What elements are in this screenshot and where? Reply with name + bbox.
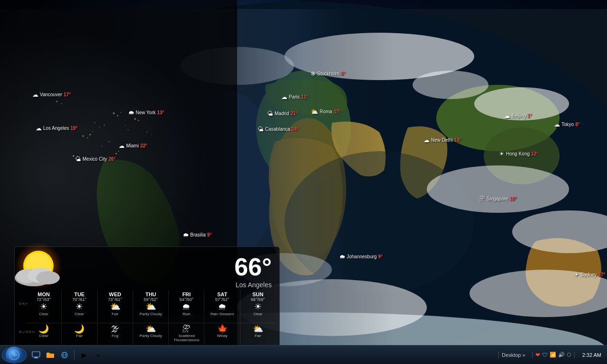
forecast-day-name: SUN bbox=[252, 291, 263, 297]
forecast-day-condition: Clear bbox=[253, 312, 262, 322]
svg-point-36 bbox=[61, 103, 62, 104]
forecast-day-name: WED bbox=[109, 291, 121, 297]
forecast-night-condition: Scattered Thunderstorms bbox=[169, 334, 203, 344]
svg-point-41 bbox=[109, 141, 110, 142]
forecast-day-icon: ☀ bbox=[75, 302, 83, 312]
svg-point-26 bbox=[120, 112, 121, 113]
night-label: NIGHT bbox=[18, 330, 26, 333]
forecast-day-name: THU bbox=[146, 291, 156, 297]
forecast-night-condition: Fog bbox=[112, 334, 119, 344]
forecast-day-icon: ⛅ bbox=[146, 302, 156, 312]
city-label-stockholm: ❄Stockholm6° bbox=[311, 70, 345, 77]
taskbar-separator bbox=[74, 350, 74, 360]
forecast-night-condition: Fair bbox=[255, 334, 261, 344]
forecast-day-condition: Clear bbox=[75, 312, 84, 322]
forecast-temp: 70°/61° bbox=[73, 297, 87, 302]
forecast-day-condition: Fair bbox=[112, 312, 119, 322]
svg-rect-56 bbox=[35, 357, 37, 358]
svg-point-25 bbox=[117, 115, 119, 117]
sys-icon-display[interactable]: ⬡ bbox=[567, 352, 571, 358]
forecast-temp: 66°/59° bbox=[251, 297, 265, 302]
city-label-los-angeles: ☁Los Angeles19° bbox=[36, 125, 78, 132]
city-label-paris: ☁Paris11° bbox=[281, 93, 308, 100]
sys-icon-volume[interactable]: 🔊 bbox=[558, 352, 565, 358]
svg-rect-57 bbox=[34, 358, 38, 358]
forecast-day-condition: Clear bbox=[39, 312, 48, 322]
city-label-hong-kong: ☀Hong Kong12° bbox=[499, 150, 538, 157]
svg-point-46 bbox=[151, 134, 152, 135]
city-label-roma: ⛅Roma17° bbox=[311, 108, 341, 115]
svg-point-38 bbox=[99, 127, 100, 128]
city-label-brasilia: 🌧Brasilia9° bbox=[183, 231, 212, 238]
forecast-day-name: SAT bbox=[217, 291, 227, 297]
svg-point-35 bbox=[56, 101, 58, 102]
city-label-singapore: ⛈Singapore10° bbox=[479, 195, 517, 202]
city-label-miami: ☁Miami22° bbox=[119, 142, 147, 149]
city-label-mexico-city: 🌤Mexico City26° bbox=[75, 155, 116, 163]
city-label-beijing: ☁Beijing1° bbox=[504, 112, 532, 119]
taskbar-icon-media[interactable]: ▶ bbox=[77, 348, 91, 362]
city-label-casablanca: 🌤Casablanca24° bbox=[258, 126, 299, 133]
forecast-night-condition: Windy bbox=[217, 334, 227, 344]
forecast-night-icon: 🌙 bbox=[38, 324, 49, 335]
sys-icon-network[interactable]: 📶 bbox=[550, 352, 556, 358]
forecast-night-icon: ⛅ bbox=[146, 324, 156, 335]
forecast-day-condition: Partly Cloudy bbox=[139, 312, 162, 322]
city-label-new-york: 🌧New York13° bbox=[128, 109, 164, 116]
city-name: Los Angeles bbox=[234, 281, 272, 289]
sys-icon-security[interactable]: ❤ bbox=[535, 352, 540, 358]
forecast-night-icon: 🍁 bbox=[217, 324, 228, 335]
taskbar-icon-more[interactable]: » bbox=[92, 348, 105, 362]
svg-point-37 bbox=[94, 122, 95, 123]
city-label-madrid: 🌤Madrid21° bbox=[267, 110, 298, 117]
forecast-day-icon: ☀ bbox=[254, 302, 262, 312]
forecast-night-icon: 🌙 bbox=[74, 324, 84, 335]
forecast-night-icon: 🌫 bbox=[111, 324, 120, 335]
svg-point-43 bbox=[128, 129, 129, 130]
taskbar-icon-browser[interactable] bbox=[58, 348, 71, 362]
taskbar: ▶ » Desktop » ❤ 🛡 📶 🔊 ⬡ 2:32 AM bbox=[0, 345, 607, 364]
taskbar-quick-launch: ▶ » bbox=[29, 348, 105, 362]
forecast-col-sun: SUN 66°/59° ☀ Clear ⛅ Fair bbox=[240, 291, 276, 345]
forecast-day-icon: ☀ bbox=[40, 302, 47, 312]
forecast-day-condition: Rain Showers bbox=[211, 312, 234, 322]
clock: 2:32 AM bbox=[579, 352, 605, 358]
city-label-vancouver: ☁Vancouver17° bbox=[32, 91, 71, 98]
forecast-day-name: TUE bbox=[74, 291, 84, 297]
forecast-col-wed: WED 73°/61° ⛅ Fair 🌫 Fog bbox=[98, 291, 133, 345]
forecast-temp: 72°/63° bbox=[37, 297, 51, 302]
forecast-temp: 57°/52° bbox=[215, 297, 230, 302]
svg-point-45 bbox=[147, 132, 147, 133]
forecast-col-thu: THU 59°/52° ⛅ Partly Cloudy ⛅ Partly Clo… bbox=[133, 291, 169, 345]
svg-point-33 bbox=[118, 151, 119, 152]
forecast-col-tue: TUE 70°/61° ☀ Clear 🌙 Fair bbox=[62, 291, 97, 345]
forecast-temp: 73°/61° bbox=[108, 297, 122, 302]
forecast-day-icon: 🌧 bbox=[218, 302, 227, 312]
start-orb bbox=[6, 346, 23, 364]
taskbar-icon-desktop[interactable] bbox=[29, 348, 43, 362]
city-label-new-delhi: ☁New Delhi13° bbox=[423, 136, 461, 144]
sys-icon-shield[interactable]: 🛡 bbox=[542, 352, 548, 358]
taskbar-icon-folder[interactable] bbox=[44, 348, 57, 362]
forecast-night-icon: ⛅ bbox=[253, 324, 263, 335]
svg-point-34 bbox=[73, 155, 74, 157]
svg-point-40 bbox=[92, 131, 93, 132]
day-label: DAY bbox=[18, 302, 26, 305]
desktop-button[interactable]: Desktop » bbox=[498, 351, 528, 359]
forecast-col-fri: FRI 54°/50° 🌧 Rain ⛈ Scattered Thunderst… bbox=[169, 291, 204, 345]
svg-point-42 bbox=[101, 146, 102, 147]
start-button[interactable] bbox=[2, 347, 27, 363]
widget-header: 66° Los Angeles bbox=[18, 251, 276, 291]
forecast-day-icon: ⛅ bbox=[110, 302, 120, 312]
forecast-temp: 54°/50° bbox=[179, 297, 193, 302]
svg-point-30 bbox=[87, 137, 88, 138]
forecast-night-condition: Partly Cloudy bbox=[139, 334, 162, 344]
svg-point-28 bbox=[138, 120, 139, 121]
forecast-night-condition: Fair bbox=[76, 334, 83, 344]
forecast-night-condition: Clear bbox=[39, 334, 48, 344]
svg-point-32 bbox=[116, 153, 117, 155]
city-label-tokyo: ☁Tokyo8° bbox=[554, 121, 580, 128]
svg-point-27 bbox=[134, 118, 136, 120]
forecast-day-condition: Rain bbox=[183, 312, 190, 322]
svg-rect-55 bbox=[32, 352, 40, 357]
